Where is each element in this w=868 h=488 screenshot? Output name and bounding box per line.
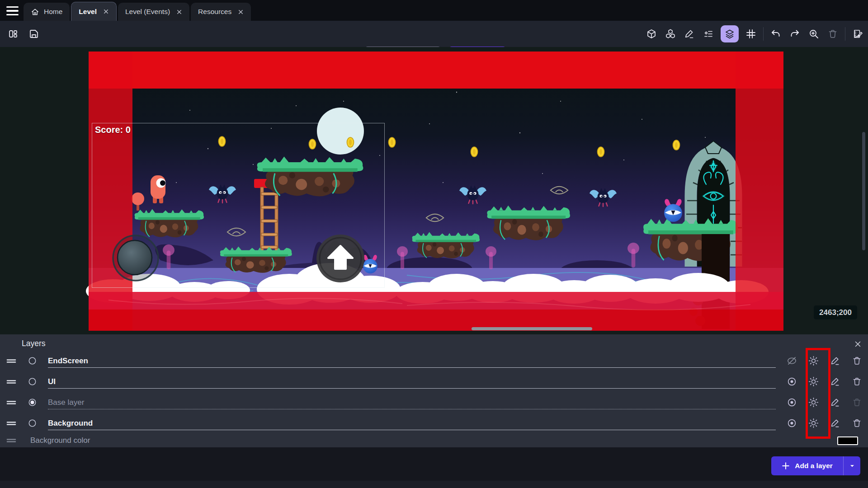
sun-icon[interactable] [807,355,819,367]
coin[interactable] [597,147,604,157]
zoom-in-icon[interactable] [807,27,821,41]
tab-close-icon[interactable] [103,9,109,14]
tab-bar: Home Level Level (Events) Resources [0,0,868,21]
rename-pencil-icon[interactable] [829,376,841,388]
add-layer-label: Add a layer [795,462,833,470]
tab-label: Level (Events) [125,8,170,16]
eye-icon[interactable] [786,397,797,408]
tab[interactable]: Home [24,3,70,21]
tab-label: Home [44,8,62,16]
coin[interactable] [388,137,395,147]
sun-icon[interactable] [807,418,819,429]
eye-off-icon[interactable] [786,355,797,367]
layer-row: EndScreen [0,352,868,369]
trash-icon[interactable] [826,27,840,41]
home-icon [31,8,39,16]
layout-panels-icon[interactable] [6,27,20,41]
events-edit-icon[interactable] [851,27,864,41]
eye-icon[interactable] [786,418,797,429]
layers-panel-title: Layers [22,339,46,348]
close-icon[interactable] [853,339,863,349]
layer-name: Base layer [48,398,84,407]
drag-handle-icon[interactable] [6,358,18,364]
drag-handle-icon[interactable] [6,379,18,385]
layer-select-radio[interactable] [28,357,37,365]
layer-name-field[interactable]: Base layer [48,394,776,411]
tab-close-icon[interactable] [238,9,244,15]
background-color-row: Background color [0,433,868,448]
tab[interactable]: Level [71,2,117,21]
rename-pencil-icon[interactable] [829,397,841,408]
layer-row: UI [0,373,868,390]
drag-handle-icon[interactable] [6,399,18,406]
tab[interactable]: Level (Events) [118,3,189,21]
cube-icon[interactable] [645,27,658,41]
assets-blocks-icon[interactable] [664,27,677,41]
trash-icon[interactable] [851,355,863,367]
rename-pencil-icon[interactable] [829,418,841,429]
layer-name-field[interactable]: UI [48,373,776,390]
platform[interactable] [487,206,570,240]
tab-close-icon[interactable] [176,9,182,15]
layers-panel: Layers EndScreen [0,334,868,447]
coin[interactable] [471,147,477,157]
layer-row: Base layer [0,394,868,411]
tab-label: Resources [198,8,231,16]
layer-name: EndScreen [48,357,88,366]
layer-name: Background [48,419,93,428]
score-text-object[interactable]: Score: 0 [95,125,131,135]
rename-pencil-icon[interactable] [829,355,841,367]
layer-select-radio[interactable] [28,419,37,427]
drag-handle-icon[interactable] [6,420,18,427]
trash-icon[interactable] [851,397,863,408]
layer-select-radio[interactable] [28,377,37,386]
layer-name-field[interactable]: EndScreen [48,352,776,369]
layer-name: UI [48,377,56,386]
camera-frame [92,123,385,288]
plus-icon [782,462,790,470]
add-layer-button[interactable]: Add a layer [771,456,860,475]
pencil-icon[interactable] [683,27,696,41]
tab[interactable]: Resources [191,3,251,21]
trash-icon[interactable] [851,376,863,388]
bottom-strip [0,481,868,488]
layer-row: Background [0,415,868,432]
platform[interactable] [412,232,480,258]
coin[interactable] [673,140,679,150]
layer-rows: EndScreen UI [0,352,868,436]
save-icon[interactable] [27,27,41,41]
background-color-label: Background color [30,436,90,445]
horizontal-scrollbar[interactable] [472,327,592,330]
sun-icon[interactable] [807,376,819,388]
background-color-swatch[interactable] [837,436,858,445]
hamburger-icon[interactable] [5,4,23,18]
tab-label: Level [79,8,97,16]
grid-icon[interactable] [744,27,758,41]
level-canvas[interactable]: Score: 0 2463;200 [0,47,868,334]
layer-select-radio[interactable] [28,398,37,407]
layer-name-field[interactable]: Background [48,415,776,432]
undo-icon[interactable] [769,27,783,41]
drag-handle-icon[interactable] [6,437,18,444]
redo-icon[interactable] [788,27,802,41]
trash-icon[interactable] [851,418,863,429]
tabbar-tabs: Home Level Level (Events) Resources [24,0,251,21]
vertical-scrollbar[interactable] [862,132,865,250]
sun-icon[interactable] [807,397,819,408]
layers-icon[interactable] [721,25,739,42]
toolbar: Preview Publish [0,21,868,47]
cursor-coordinates: 2463;200 [814,305,857,319]
objects-list-icon[interactable] [702,27,715,41]
eye-icon[interactable] [786,376,797,388]
add-layer-dropdown[interactable] [843,456,860,475]
